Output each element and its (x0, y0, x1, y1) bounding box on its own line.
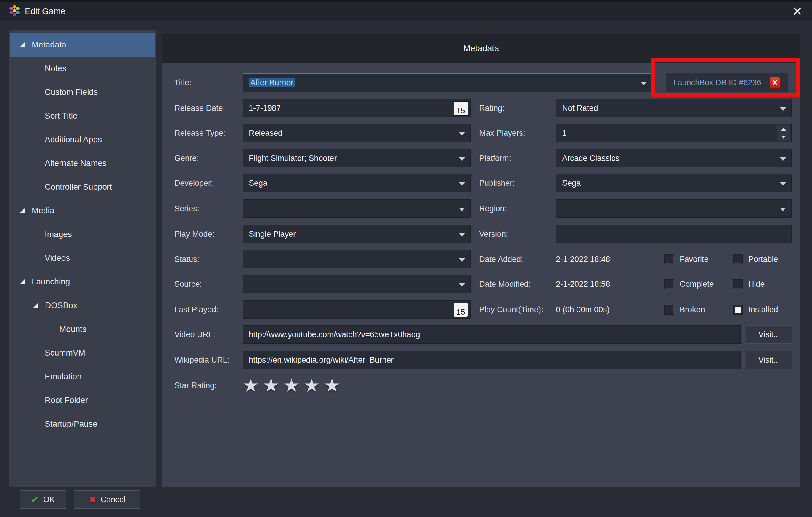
launchbox-logo-icon (8, 4, 21, 18)
checkbox-icon[interactable] (664, 279, 674, 289)
visit-video-url-button[interactable]: Visit... (746, 325, 792, 344)
star-rating-label: Star Rating: (174, 376, 217, 394)
video-url-input[interactable]: http://www.youtube.com/watch?v=65weTx0ha… (242, 325, 741, 344)
region-combobox[interactable] (556, 199, 791, 218)
sidebar-item-launching[interactable]: Launching (10, 270, 155, 294)
region-label: Region: (479, 199, 507, 218)
sidebar-item-alternate-names[interactable]: Alternate Names (10, 152, 155, 175)
star-icon[interactable] (324, 375, 340, 396)
source-combobox[interactable] (242, 275, 470, 293)
stepper-up-icon[interactable] (777, 125, 790, 133)
sidebar-item-root-folder[interactable]: Root Folder (10, 388, 155, 412)
sidebar-item-metadata[interactable]: Metadata (10, 33, 155, 57)
expander-icon[interactable] (33, 303, 38, 308)
checkbox-icon[interactable] (733, 254, 743, 264)
release-date-label: Release Date: (174, 99, 225, 117)
checkbox-icon[interactable] (733, 305, 743, 315)
release-date-input[interactable]: 1-7-1987 15 (242, 99, 470, 117)
date-added-value: 2-1-2022 18:48 (556, 250, 610, 268)
installed-checkbox[interactable]: Installed (733, 305, 778, 315)
last-played-input[interactable]: 15 (242, 300, 470, 319)
wikipedia-url-input[interactable]: https://en.wikipedia.org/wiki/After_Burn… (242, 351, 741, 369)
play-count-label: Play Count(Time): (479, 300, 543, 319)
title-combobox[interactable]: After Burner (242, 74, 652, 92)
checkbox-icon[interactable] (733, 279, 743, 289)
play-count-value: 0 (0h 00m 00s) (556, 300, 610, 319)
platform-combobox[interactable]: Arcade Classics (556, 149, 791, 167)
genre-combobox[interactable]: Flight Simulator; Shooter (242, 149, 470, 167)
star-icon[interactable] (263, 375, 280, 396)
hide-checkbox[interactable]: Hide (733, 279, 765, 289)
calendar-icon[interactable]: 15 (454, 102, 468, 115)
status-label: Status: (174, 250, 199, 268)
expander-icon[interactable] (20, 279, 25, 284)
cancel-button[interactable]: Cancel (74, 490, 140, 509)
max-players-label: Max Players: (479, 124, 525, 142)
ok-check-icon (31, 494, 38, 505)
date-added-label: Date Added: (479, 250, 523, 268)
sidebar-item-emulation[interactable]: Emulation (10, 365, 155, 388)
publisher-label: Publisher: (479, 174, 515, 192)
stepper-down-icon[interactable] (777, 133, 790, 141)
max-players-stepper[interactable]: 1 (556, 124, 791, 142)
edit-game-dialog: Edit Game Metadata Notes Custom Fields S… (0, 0, 812, 517)
favorite-checkbox[interactable]: Favorite (664, 254, 709, 264)
series-label: Series: (174, 199, 199, 218)
dropdown-arrow-icon (641, 82, 647, 85)
sidebar-item-images[interactable]: Images (10, 222, 155, 246)
dropdown-arrow-icon (780, 107, 786, 111)
sidebar-item-notes[interactable]: Notes (10, 57, 155, 80)
sidebar-item-controller-support[interactable]: Controller Support (10, 175, 155, 199)
sidebar-item-scummvm[interactable]: ScummVM (10, 341, 155, 365)
version-input[interactable] (556, 225, 791, 243)
close-icon[interactable] (789, 4, 805, 19)
source-label: Source: (174, 275, 202, 293)
genre-label: Genre: (174, 149, 199, 167)
developer-label: Developer: (174, 174, 213, 192)
metadata-panel: Metadata Title: After Burner LaunchBox D… (162, 34, 801, 487)
date-modified-label: Date Modified: (479, 275, 531, 293)
status-combobox[interactable] (242, 250, 470, 268)
publisher-combobox[interactable]: Sega (556, 174, 791, 192)
rating-combobox[interactable]: Not Rated (556, 99, 791, 117)
checkbox-icon[interactable] (664, 254, 674, 264)
dropdown-arrow-icon (780, 182, 786, 186)
calendar-icon[interactable]: 15 (454, 303, 468, 317)
expander-icon[interactable] (20, 43, 25, 47)
sidebar-item-custom-fields[interactable]: Custom Fields (10, 80, 155, 104)
visit-wikipedia-url-button[interactable]: Visit... (746, 351, 792, 369)
broken-checkbox[interactable]: Broken (664, 305, 705, 315)
sidebar-item-sort-title[interactable]: Sort Title (10, 104, 155, 128)
sidebar-item-videos[interactable]: Videos (10, 246, 155, 270)
title-label: Title: (174, 74, 192, 92)
sidebar-item-media[interactable]: Media (10, 199, 155, 222)
release-type-combobox[interactable]: Released (242, 124, 470, 142)
expander-icon[interactable] (20, 208, 25, 213)
sidebar-item-additional-apps[interactable]: Additional Apps (10, 128, 155, 152)
title-value: After Burner (249, 78, 295, 87)
complete-checkbox[interactable]: Complete (664, 279, 714, 289)
sidebar-item-startup-pause[interactable]: Startup/Pause (10, 412, 155, 436)
date-modified-value: 2-1-2022 18:58 (556, 275, 610, 293)
release-type-label: Release Type: (174, 124, 225, 142)
play-mode-combobox[interactable]: Single Player (242, 225, 470, 243)
ok-button[interactable]: OK (20, 490, 66, 509)
portable-checkbox[interactable]: Portable (733, 254, 778, 264)
star-icon[interactable] (242, 375, 259, 396)
star-icon[interactable] (283, 375, 300, 396)
star-icon[interactable] (303, 375, 320, 396)
platform-label: Platform: (479, 149, 511, 167)
series-combobox[interactable] (242, 199, 470, 218)
checkbox-icon[interactable] (664, 305, 674, 315)
sidebar-item-dosbox[interactable]: DOSBox (10, 294, 155, 317)
sidebar-item-mounts[interactable]: Mounts (10, 317, 155, 341)
video-url-label: Video URL: (174, 325, 215, 344)
developer-combobox[interactable]: Sega (242, 174, 470, 192)
dropdown-arrow-icon (459, 208, 465, 211)
sidebar-tree: Metadata Notes Custom Fields Sort Title … (9, 30, 156, 487)
launchbox-db-id-badge[interactable]: LaunchBox DB ID #6236 (666, 73, 788, 92)
version-label: Version: (479, 225, 508, 243)
star-rating-control[interactable] (242, 375, 340, 396)
play-mode-label: Play Mode: (174, 225, 214, 243)
remove-db-id-icon[interactable] (769, 77, 781, 89)
